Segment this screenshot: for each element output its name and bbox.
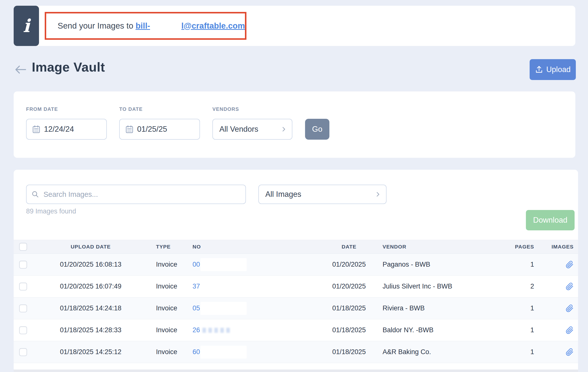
search-icon — [32, 191, 39, 198]
images-panel: All Images 89 Images found Download UPLO… — [14, 170, 578, 372]
attachment-paperclip-icon[interactable] — [534, 261, 578, 269]
cell-pages: 1 — [493, 326, 534, 334]
column-images: IMAGES — [534, 244, 578, 250]
results-count: 89 Images found — [26, 207, 76, 215]
back-arrow-icon[interactable] — [14, 64, 27, 75]
select-all-checkbox[interactable] — [19, 243, 27, 251]
cell-vendor: Baldor NY. -BWB — [371, 326, 493, 334]
cell-pages: 2 — [493, 283, 534, 290]
redaction-box — [200, 280, 247, 293]
table-body: 01/20/2025 16:08:13 Invoice 00 01/20/202… — [14, 254, 578, 372]
invoice-number-link[interactable]: 05 — [193, 304, 200, 312]
download-button[interactable]: Download — [526, 210, 575, 230]
attachment-paperclip-icon[interactable] — [534, 304, 578, 312]
row-checkbox[interactable] — [19, 304, 27, 312]
upload-button[interactable]: Upload — [530, 59, 576, 80]
table-row: 01/18/2025 14:28:33 Invoice 26 01/18/202… — [14, 319, 578, 341]
cell-vendor: Riviera - BWB — [371, 304, 493, 312]
table-row: 01/18/2025 14:25:12 Invoice 60 01/18/202… — [14, 341, 578, 363]
cell-upload-date: 01/18/2025 14:25:12 — [32, 348, 149, 356]
cell-pages: 1 — [493, 304, 534, 312]
table-row: 01/20/2025 16:07:49 Invoice 37 01/20/202… — [14, 276, 578, 297]
row-checkbox[interactable] — [19, 348, 27, 356]
email-redaction-box — [150, 20, 181, 31]
cell-date: 01/18/2025 — [327, 304, 371, 312]
chevron-right-icon — [375, 191, 381, 198]
column-pages: PAGES — [493, 244, 534, 250]
invoice-number-link[interactable]: 37 — [193, 283, 200, 290]
cell-date: 01/20/2025 — [327, 283, 371, 290]
row-checkbox[interactable] — [19, 326, 27, 334]
attachment-paperclip-icon[interactable] — [534, 348, 578, 356]
vendors-label: VENDORS — [212, 106, 239, 112]
table-row: 01/18/2025 14:24:18 Invoice 05 01/18/202… — [14, 297, 578, 319]
upload-button-label: Upload — [546, 65, 571, 74]
attachment-paperclip-icon[interactable] — [534, 326, 578, 334]
invoice-number-link[interactable]: 26 — [193, 326, 200, 334]
cell-type: Invoice — [149, 304, 188, 312]
table-header: UPLOAD DATE TYPE NO DATE VENDOR PAGES IM… — [14, 240, 578, 254]
image-type-dropdown-value: All Images — [265, 190, 301, 199]
from-date-value: 12/24/24 — [44, 125, 74, 134]
calendar-icon — [126, 125, 133, 133]
bottom-scroll-edge — [14, 370, 578, 372]
upload-email-link-part1[interactable]: bill- — [136, 21, 150, 31]
info-icon: i — [14, 6, 39, 46]
table-row: 01/20/2025 16:08:13 Invoice 00 01/20/202… — [14, 254, 578, 276]
invoice-number-link[interactable]: 00 — [193, 261, 200, 268]
cell-type: Invoice — [149, 348, 188, 356]
from-date-input[interactable]: 12/24/24 — [26, 119, 107, 140]
search-box — [26, 185, 246, 204]
page-title: Image Vault — [32, 60, 105, 75]
search-input[interactable] — [43, 190, 240, 199]
cell-upload-date: 01/18/2025 14:28:33 — [32, 326, 149, 334]
row-checkbox[interactable] — [19, 283, 27, 290]
cell-vendor: Paganos - BWB — [371, 261, 493, 268]
column-vendor: VENDOR — [371, 244, 493, 250]
to-date-value: 01/25/25 — [137, 125, 167, 134]
image-type-dropdown[interactable]: All Images — [258, 185, 387, 204]
filter-panel: FROM DATE TO DATE VENDORS 12/24/24 — [14, 91, 575, 158]
cell-date: 01/20/2025 — [327, 261, 371, 268]
redaction-box — [200, 324, 247, 337]
banner-message: Send your Images to — [58, 21, 136, 31]
vendors-dropdown[interactable]: All Vendors — [212, 119, 292, 140]
cell-upload-date: 01/20/2025 16:08:13 — [32, 261, 149, 268]
image-vault-page: i Send your Images to bill-l@craftable.c… — [0, 0, 588, 372]
cell-vendor: Julius Silvert Inc - BWB — [371, 283, 493, 290]
cell-date: 01/18/2025 — [327, 326, 371, 334]
to-date-input[interactable]: 01/25/25 — [119, 119, 200, 140]
from-date-label: FROM DATE — [26, 106, 58, 112]
upload-icon — [535, 65, 543, 74]
email-callout: Send your Images to bill-l@craftable.com — [45, 12, 246, 40]
column-no: NO — [188, 244, 327, 250]
redaction-box — [200, 258, 247, 271]
info-banner: i Send your Images to bill-l@craftable.c… — [14, 6, 575, 46]
cell-upload-date: 01/20/2025 16:07:49 — [32, 283, 149, 290]
chevron-right-icon — [280, 126, 287, 132]
redaction-box — [200, 302, 247, 315]
attachment-paperclip-icon[interactable] — [534, 283, 578, 290]
column-upload-date: UPLOAD DATE — [32, 244, 149, 250]
row-checkbox[interactable] — [19, 261, 27, 269]
cell-pages: 1 — [493, 348, 534, 356]
cell-vendor: A&R Baking Co. — [371, 348, 493, 356]
cell-type: Invoice — [149, 283, 188, 290]
column-type: TYPE — [149, 244, 188, 250]
to-date-label: TO DATE — [119, 106, 143, 112]
cell-date: 01/18/2025 — [327, 348, 371, 356]
column-date: DATE — [327, 244, 371, 250]
cell-pages: 1 — [493, 261, 534, 268]
invoice-number-link[interactable]: 60 — [193, 348, 200, 356]
upload-email-link-part2[interactable]: l@craftable.com — [181, 21, 245, 31]
cell-type: Invoice — [149, 261, 188, 268]
cell-type: Invoice — [149, 326, 188, 334]
cell-upload-date: 01/18/2025 14:24:18 — [32, 304, 149, 312]
redaction-box — [200, 346, 247, 359]
vendors-dropdown-value: All Vendors — [219, 125, 258, 134]
calendar-icon — [33, 125, 40, 133]
go-button[interactable]: Go — [305, 119, 329, 140]
